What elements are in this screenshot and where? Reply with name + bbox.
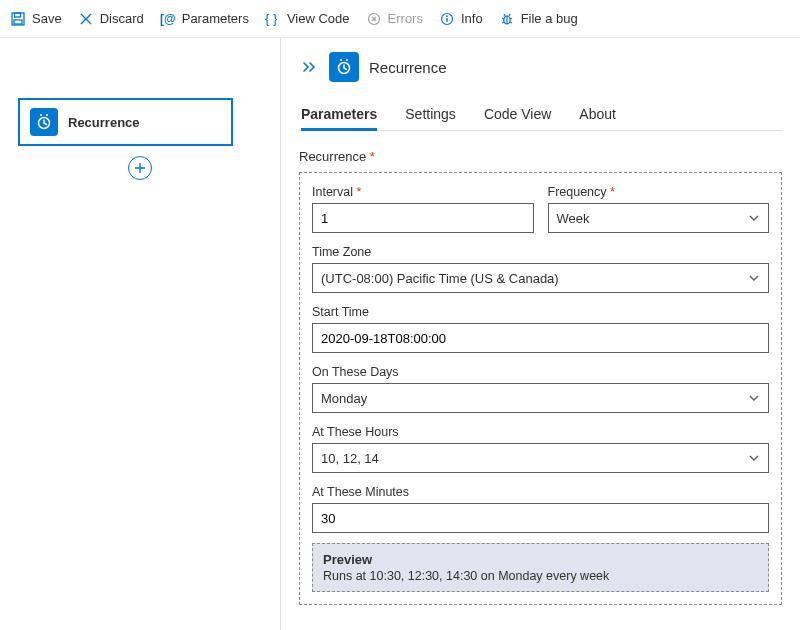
save-icon: [10, 11, 26, 27]
panel-recurrence-icon: [329, 52, 359, 82]
designer-canvas: Recurrence: [0, 38, 280, 630]
svg-rect-8: [446, 18, 447, 22]
panel-header: Recurrence: [299, 52, 782, 82]
tab-about[interactable]: About: [579, 100, 616, 130]
workspace: Recurrence Recurrence Parameters Setting…: [0, 38, 800, 630]
view-code-button[interactable]: { } View Code: [265, 11, 350, 27]
file-bug-button[interactable]: File a bug: [499, 11, 578, 27]
timezone-select[interactable]: (UTC-08:00) Pacific Time (US & Canada): [312, 263, 769, 293]
parameters-icon: [@]: [160, 11, 176, 27]
svg-text:{ }: { }: [265, 12, 278, 26]
section-label: Recurrence: [299, 149, 782, 164]
chevron-down-icon: [748, 392, 760, 404]
info-button[interactable]: Info: [439, 11, 483, 27]
starttime-label: Start Time: [312, 305, 769, 319]
discard-icon: [78, 11, 94, 27]
svg-text:[@]: [@]: [160, 12, 176, 26]
athours-select[interactable]: 10, 12, 14: [312, 443, 769, 473]
add-step-button[interactable]: [128, 156, 152, 180]
svg-rect-1: [15, 13, 21, 17]
preview-title: Preview: [323, 552, 758, 567]
bug-icon: [499, 11, 515, 27]
svg-rect-2: [14, 20, 22, 24]
tab-parameters[interactable]: Parameters: [301, 100, 377, 131]
preview-text: Runs at 10:30, 12:30, 14:30 on Monday ev…: [323, 569, 758, 583]
athours-label: At These Hours: [312, 425, 769, 439]
parameters-button[interactable]: [@] Parameters: [160, 11, 249, 27]
timezone-label: Time Zone: [312, 245, 769, 259]
chevron-down-icon: [748, 212, 760, 224]
frequency-label: Frequency: [548, 185, 770, 199]
recurrence-node-icon: [30, 108, 58, 136]
code-icon: { }: [265, 11, 281, 27]
collapse-button[interactable]: [299, 59, 319, 75]
atminutes-input[interactable]: [312, 503, 769, 533]
ondays-select[interactable]: Monday: [312, 383, 769, 413]
panel-tabs: Parameters Settings Code View About: [299, 100, 782, 131]
toolbar: Save Discard [@] Parameters { } View Cod…: [0, 0, 800, 38]
svg-point-7: [446, 15, 448, 17]
discard-button[interactable]: Discard: [78, 11, 144, 27]
node-title: Recurrence: [68, 115, 140, 130]
frequency-select[interactable]: Week: [548, 203, 770, 233]
panel-title: Recurrence: [369, 59, 447, 76]
tab-settings[interactable]: Settings: [405, 100, 456, 130]
tab-code-view[interactable]: Code View: [484, 100, 551, 130]
errors-button: Errors: [366, 11, 423, 27]
atminutes-label: At These Minutes: [312, 485, 769, 499]
recurrence-fieldset: Interval Frequency Week Time Zone (UTC-0…: [299, 172, 782, 605]
chevron-down-icon: [748, 452, 760, 464]
details-panel: Recurrence Parameters Settings Code View…: [280, 38, 800, 630]
interval-input[interactable]: [312, 203, 534, 233]
preview-box: Preview Runs at 10:30, 12:30, 14:30 on M…: [312, 543, 769, 592]
info-icon: [439, 11, 455, 27]
starttime-input[interactable]: [312, 323, 769, 353]
recurrence-node[interactable]: Recurrence: [18, 98, 233, 146]
save-button[interactable]: Save: [10, 11, 62, 27]
errors-icon: [366, 11, 382, 27]
chevron-down-icon: [748, 272, 760, 284]
interval-label: Interval: [312, 185, 534, 199]
ondays-label: On These Days: [312, 365, 769, 379]
